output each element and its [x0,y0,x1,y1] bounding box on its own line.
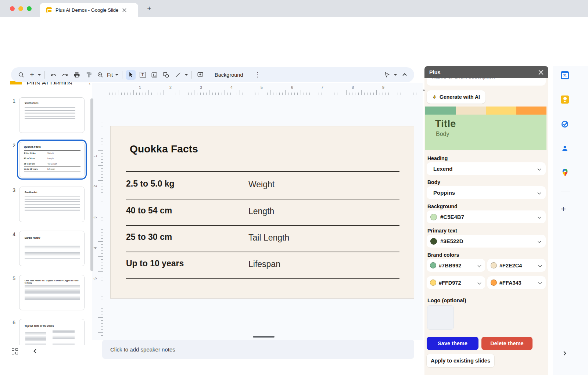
new-tab-button[interactable]: + [144,3,154,14]
insert-comment-icon[interactable] [196,70,205,80]
slide-thumbnail-5[interactable]: One Year After FTX: Crypto is Dead? Cryp… [19,275,85,310]
ruler-number: 2 [93,185,97,187]
browser-toolbar: docs.google.com/presentation/d/1Gl05S5HH… [0,17,588,37]
chevron-down-icon [538,191,541,195]
pointer-dropdown-icon[interactable] [394,74,397,76]
thumbnail-title: Top fad diets of the 2000s [25,325,54,327]
maps-icon[interactable] [561,169,569,177]
body-font-select[interactable]: Poppins [427,186,546,199]
color-swatch [491,280,497,286]
plus-panel-title: Plus [429,69,441,75]
table-cell-value[interactable]: Up to 10 years [126,259,184,268]
thumbnail-table: 2.5 to 5.0 kgWeight 40 to 54 cmLength 25… [24,150,80,172]
close-window-button[interactable] [10,6,15,11]
notes-resize-handle[interactable] [253,336,275,338]
select-tool-icon[interactable] [126,70,136,80]
laser-pointer-icon[interactable] [382,70,392,80]
thumbnail-title: Barbie review [25,237,40,239]
logo-upload-box[interactable] [427,305,454,330]
slides-favicon-icon [46,7,52,13]
heading-label: Heading [427,155,448,161]
current-slide[interactable]: Quokka Facts 2.5 to 5.0 kg Weight 40 to … [110,126,414,299]
table-cell-label[interactable]: Weight [248,180,275,190]
ruler-number: 7 [321,85,323,90]
slide-number: 6 [8,320,15,325]
brand-colors-label: Brand colors [427,252,459,258]
toolbar-separator [44,71,45,79]
ruler-number: 1 [93,155,97,157]
text-box-icon[interactable]: T [138,70,147,80]
minimize-window-button[interactable] [18,6,23,11]
insert-line-icon[interactable] [173,70,183,80]
preview-body: Body [436,131,546,137]
table-cell-label[interactable]: Tail Length [248,233,289,243]
thumbnail-text-lines [25,196,80,213]
calendar-icon[interactable]: 31 [561,71,569,79]
insert-shape-icon[interactable] [161,70,171,80]
ruler-number: 9 [382,85,384,90]
toolbar-overflow-icon[interactable]: ⋮ [253,70,262,80]
google-side-rail: 31 + [553,66,588,375]
keep-icon[interactable] [561,95,569,104]
background-button[interactable]: Background [212,72,246,78]
brand-color-select-1[interactable]: #7BB992 [427,259,485,272]
search-menus-icon[interactable] [17,70,26,80]
contacts-icon[interactable] [561,144,569,152]
close-tab-icon[interactable] [122,8,126,12]
grid-view-icon[interactable] [12,348,18,354]
filmstrip-scrollbar[interactable] [90,98,93,271]
save-theme-button[interactable]: Save theme [427,337,478,350]
table-cell-value[interactable]: 40 to 54 cm [126,206,172,216]
brand-color-select-2[interactable]: #F2E2C4 [487,259,546,272]
get-add-ons-icon[interactable]: + [561,204,566,214]
delete-theme-button[interactable]: Delete theme [481,337,533,350]
zoom-icon[interactable] [96,70,105,80]
ruler-number: 5 [261,85,263,90]
ruler-number: 2 [169,85,172,90]
primary-text-color-select[interactable]: #3E522D [427,235,546,248]
maximize-window-button[interactable] [27,6,32,11]
new-slide-button[interactable]: + [28,70,36,80]
table-cell-label[interactable]: Lifespan [248,259,280,269]
ruler-number: 8 [352,85,354,90]
tasks-icon[interactable] [561,120,569,128]
table-cell-label[interactable]: Length [248,206,274,216]
generate-with-ai-button[interactable]: Generate with AI [427,90,485,104]
heading-font-select[interactable]: Lexend [427,162,546,175]
slide-thumbnail-6[interactable]: Top fad diets of the 2000s [19,319,85,345]
insert-image-icon[interactable] [150,70,159,80]
zoom-dropdown-icon[interactable] [115,74,118,76]
new-slide-dropdown-icon[interactable] [38,74,41,76]
thumbnail-text-lines [25,285,80,303]
slide-number: 4 [8,231,15,237]
table-cell-value[interactable]: 25 to 30 cm [126,232,172,242]
paint-format-icon[interactable] [84,70,93,80]
toolbar-separator [191,71,192,79]
redo-icon[interactable] [60,70,70,80]
table-cell-value[interactable]: 2.5 to 5.0 kg [126,179,175,189]
slide-thumbnail-4[interactable]: Barbie review [19,231,85,266]
slide-thumbnail-3[interactable]: Quokka diet [19,187,85,222]
slide-title[interactable]: Quokka Facts [130,143,198,155]
undo-icon[interactable] [49,70,58,80]
close-panel-icon[interactable] [538,70,544,75]
browser-tab[interactable]: Plus AI Demos - Google Slide [40,3,138,17]
zoom-fit-select[interactable]: Fit [107,72,113,78]
slide-thumbnail-1[interactable]: Quokka facts [19,97,85,133]
collapse-toolbar-icon[interactable] [402,73,406,77]
color-swatch [430,280,436,286]
table-line [126,225,399,226]
hide-side-panel-icon[interactable] [562,351,566,355]
background-color-select[interactable]: #C5E4B7 [427,210,546,223]
apply-to-existing-slides-button[interactable]: Apply to existing slides [427,354,494,367]
lightning-icon [432,94,437,100]
slide-thumbnail-2[interactable]: Quokka Facts 2.5 to 5.0 kgWeight 40 to 5… [19,142,85,177]
brand-color-select-4[interactable]: #FFA343 [487,276,546,289]
speaker-notes[interactable]: Click to add speaker notes [102,340,414,359]
print-icon[interactable] [72,70,82,80]
color-swatch [430,214,437,220]
brand-color-select-3[interactable]: #FFD972 [427,276,485,289]
line-dropdown-icon[interactable] [185,74,188,76]
theme-preview: Title Body [425,107,546,150]
collapse-filmstrip-icon[interactable] [33,349,37,353]
